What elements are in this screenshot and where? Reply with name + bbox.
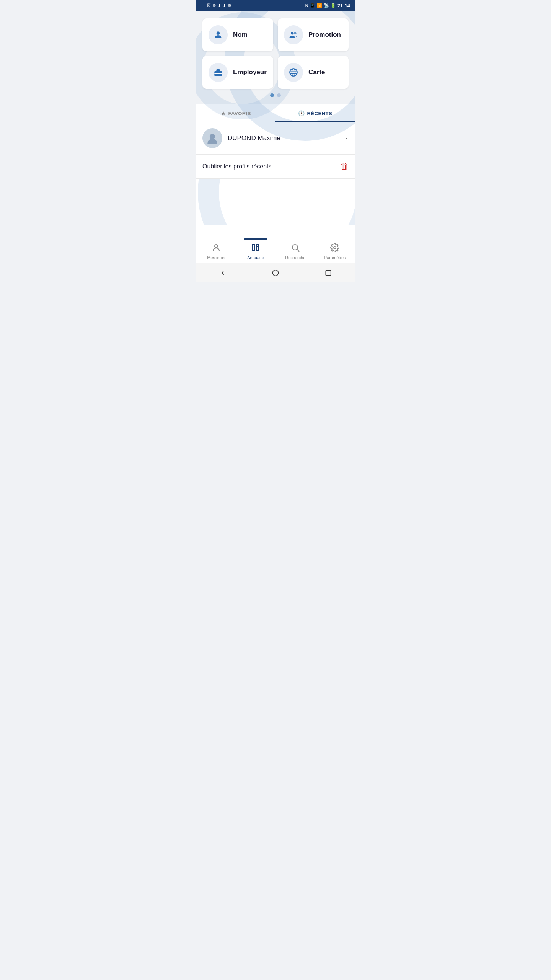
nfc-icon: N <box>305 3 308 8</box>
svg-point-1 <box>291 32 294 35</box>
svg-point-0 <box>217 31 220 35</box>
carte-label: Carte <box>308 69 325 76</box>
status-icons-right: N 📱 📶 📡 🔋 21:14 <box>305 3 350 8</box>
download-icon: ⬇ <box>218 3 221 8</box>
parametres-label: Paramètres <box>324 255 346 260</box>
svg-point-10 <box>215 245 218 248</box>
notification-icon: ⋯ <box>201 3 205 8</box>
trash-icon[interactable]: 🗑 <box>340 162 349 172</box>
battery-icon: 🔋 <box>331 3 336 8</box>
globe-icon <box>289 67 298 77</box>
recents-button[interactable] <box>323 267 334 279</box>
person-icon <box>213 30 223 40</box>
person-avatar-icon <box>206 132 219 145</box>
nom-label: Nom <box>233 31 248 39</box>
mes-infos-label: Mes infos <box>207 255 225 260</box>
status-icons-left: ⋯ 🖼 ⚙ ⬇ ⬇ ⚙ <box>201 3 231 8</box>
annuaire-icon <box>251 243 260 254</box>
list-area: DUPOND Maxime → Oublier les profils réce… <box>196 122 355 238</box>
usb-icon: ⚙ <box>212 3 216 8</box>
svg-line-12 <box>297 250 299 252</box>
recent-item-dupond[interactable]: DUPOND Maxime → <box>196 122 355 155</box>
recents-label: RÉCENTS <box>307 111 332 116</box>
svg-point-6 <box>292 69 295 76</box>
annuaire-label: Annuaire <box>247 255 264 260</box>
briefcase-icon <box>213 67 223 77</box>
avatar <box>202 128 222 148</box>
nav-recherche[interactable]: Recherche <box>276 242 315 261</box>
main-content: Nom Promotion <box>196 11 355 238</box>
back-icon <box>219 269 227 277</box>
svg-rect-15 <box>326 270 331 275</box>
recherche-icon <box>291 243 300 254</box>
favoris-label: FAVORIS <box>228 111 251 116</box>
recherche-label: Recherche <box>285 255 305 260</box>
promotion-label: Promotion <box>308 31 341 39</box>
clock: 21:14 <box>337 3 350 8</box>
group-icon <box>289 30 298 40</box>
cards-grid: Nom Promotion <box>202 18 349 89</box>
bottom-nav: Mes infos Annuaire Recherche <box>196 238 355 263</box>
card-promotion[interactable]: Promotion <box>278 18 349 51</box>
phone-icon: 📱 <box>310 3 315 8</box>
arrow-right-icon: → <box>341 134 349 143</box>
status-bar: ⋯ 🖼 ⚙ ⬇ ⬇ ⚙ N 📱 📶 📡 🔋 21:14 <box>196 0 355 11</box>
dot-2 <box>277 93 281 97</box>
signal-icon: 📡 <box>324 3 329 8</box>
usb2-icon: ⚙ <box>228 3 231 8</box>
svg-point-5 <box>290 69 297 76</box>
svg-point-13 <box>334 247 336 249</box>
nav-parametres[interactable]: Paramètres <box>315 242 355 261</box>
carte-icon-circle <box>284 63 303 82</box>
system-nav-bar <box>196 263 355 282</box>
employeur-icon-circle <box>209 63 228 82</box>
page-dots <box>202 89 349 100</box>
image-icon: 🖼 <box>207 3 211 8</box>
mes-infos-icon <box>212 243 221 254</box>
dot-1 <box>270 93 274 97</box>
recents-icon <box>324 269 332 277</box>
person-name: DUPOND Maxime <box>228 134 336 142</box>
clock-icon: 🕐 <box>298 110 305 116</box>
tab-recents[interactable]: 🕐 RÉCENTS <box>276 104 355 122</box>
tab-favoris[interactable]: ★ FAVORIS <box>196 104 276 122</box>
svg-point-9 <box>210 134 215 139</box>
tabs: ★ FAVORIS 🕐 RÉCENTS <box>196 104 355 122</box>
svg-point-2 <box>294 32 297 34</box>
parametres-icon <box>330 243 339 254</box>
svg-point-14 <box>273 270 279 276</box>
forget-profiles-row[interactable]: Oublier les profils récents 🗑 <box>196 155 355 179</box>
download2-icon: ⬇ <box>223 3 226 8</box>
tabs-container: ★ FAVORIS 🕐 RÉCENTS <box>196 104 355 122</box>
home-icon <box>272 269 279 277</box>
decorative-area <box>196 179 355 225</box>
svg-point-11 <box>292 245 298 250</box>
back-button[interactable] <box>217 267 228 279</box>
home-button[interactable] <box>270 267 281 279</box>
forget-label: Oublier les profils récents <box>202 163 272 170</box>
nav-mes-infos[interactable]: Mes infos <box>196 242 236 261</box>
nom-icon-circle <box>209 25 228 44</box>
card-nom[interactable]: Nom <box>202 18 273 51</box>
nav-annuaire[interactable]: Annuaire <box>236 242 276 261</box>
star-icon: ★ <box>221 110 226 116</box>
employeur-label: Employeur <box>233 69 267 76</box>
promotion-icon-circle <box>284 25 303 44</box>
card-employeur[interactable]: Employeur <box>202 56 273 89</box>
wifi-icon: 📶 <box>317 3 322 8</box>
search-area: Nom Promotion <box>196 11 355 104</box>
card-carte[interactable]: Carte <box>278 56 349 89</box>
